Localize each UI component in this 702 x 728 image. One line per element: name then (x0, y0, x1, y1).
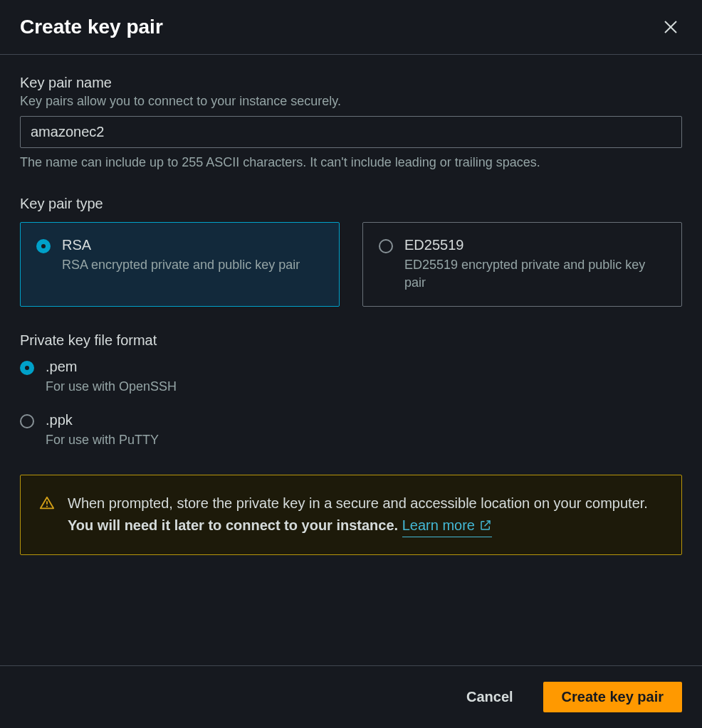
radio-option-title: .pem (46, 359, 682, 375)
key-pair-type-label: Key pair type (20, 196, 682, 212)
modal-header: Create key pair (0, 0, 702, 55)
key-pair-name-input[interactable] (20, 116, 682, 148)
warning-text-bold: You will need it later to connect to you… (68, 517, 398, 533)
svg-point-3 (46, 505, 48, 507)
radio-icon (36, 239, 51, 253)
radio-option-title: RSA (62, 237, 323, 253)
learn-more-label: Learn more (402, 515, 475, 537)
radio-icon (20, 361, 34, 375)
radio-option-desc: For use with PuTTY (46, 431, 682, 449)
cancel-button[interactable]: Cancel (448, 682, 532, 712)
key-pair-type-group: Key pair type RSA RSA encrypted private … (20, 196, 682, 307)
radio-icon (20, 414, 34, 428)
radio-option-title: .ppk (46, 412, 682, 428)
radio-option-desc: For use with OpenSSH (46, 378, 682, 396)
modal-title: Create key pair (20, 16, 163, 38)
close-button[interactable] (659, 16, 682, 38)
external-link-icon (479, 519, 492, 532)
close-icon (662, 19, 679, 36)
key-type-rsa-option[interactable]: RSA RSA encrypted private and public key… (20, 222, 340, 307)
radio-icon (379, 239, 393, 253)
key-pair-name-label: Key pair name (20, 75, 682, 91)
file-format-group: Private key file format .pem For use wit… (20, 332, 682, 448)
key-type-ed25519-option[interactable]: ED25519 ED25519 encrypted private and pu… (362, 222, 682, 307)
key-pair-name-group: Key pair name Key pairs allow you to con… (20, 75, 682, 170)
key-pair-name-hint: Key pairs allow you to connect to your i… (20, 94, 682, 109)
key-pair-name-help: The name can include up to 255 ASCII cha… (20, 155, 682, 170)
radio-option-desc: RSA encrypted private and public key pai… (62, 256, 323, 274)
warning-icon (39, 495, 55, 511)
radio-option-title: ED25519 (404, 237, 666, 253)
warning-text: When prompted, store the private key in … (68, 492, 663, 537)
modal-content: Key pair name Key pairs allow you to con… (0, 55, 702, 665)
learn-more-link[interactable]: Learn more (402, 515, 492, 537)
modal-footer: Cancel Create key pair (0, 665, 702, 728)
format-ppk-option[interactable]: .ppk For use with PuTTY (20, 412, 682, 449)
warning-text-before: When prompted, store the private key in … (68, 495, 648, 511)
create-key-pair-modal: Create key pair Key pair name Key pairs … (0, 0, 702, 728)
format-pem-option[interactable]: .pem For use with OpenSSH (20, 359, 682, 396)
radio-option-desc: ED25519 encrypted private and public key… (404, 256, 666, 292)
file-format-label: Private key file format (20, 332, 682, 349)
create-key-pair-button[interactable]: Create key pair (543, 682, 682, 712)
warning-alert: When prompted, store the private key in … (20, 475, 682, 555)
